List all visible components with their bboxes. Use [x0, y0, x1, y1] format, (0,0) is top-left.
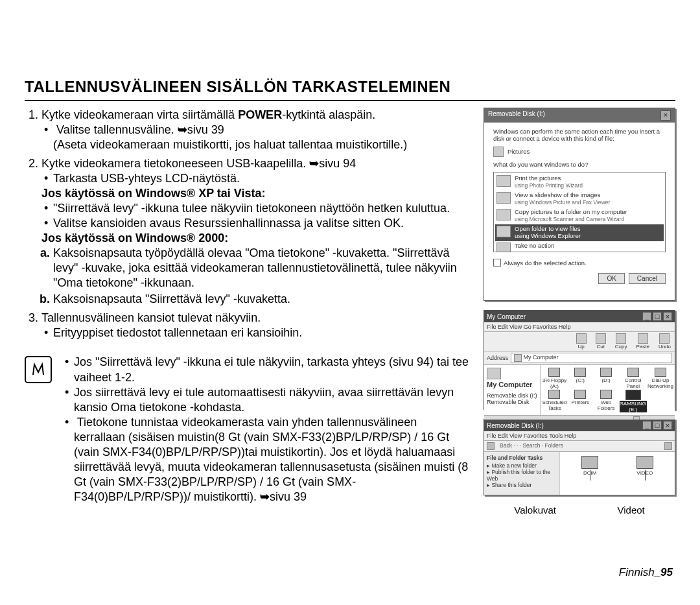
tasks-pane: File and Folder Tasks ▸ Make a new folde… [484, 452, 560, 495]
close-icon[interactable]: × [663, 421, 672, 430]
step-1: Kytke videokameraan virta siirtämällä PO… [41, 108, 471, 152]
folder-icon [581, 456, 598, 469]
folder-open-icon [496, 226, 511, 237]
autoplay-dialog: Removable Disk (I:) × Windows can perfor… [484, 108, 675, 301]
control-panel-icon [627, 368, 639, 377]
window-titlebar: Removable Disk (I:) _ □ × [484, 420, 675, 431]
toolbar-text[interactable]: Back · · · Search · Folders [500, 442, 563, 450]
tool-up[interactable]: Up [576, 333, 587, 350]
dialup[interactable]: Dial-Up Networking [648, 368, 673, 389]
dialog-title: Removable Disk (I:) [488, 110, 545, 121]
option-slideshow[interactable]: View a slideshow of the imagesusing Wind… [495, 191, 664, 208]
step-3: Tallennusvälineen kansiot tulevat näkyvi… [41, 311, 471, 340]
close-icon[interactable]: × [663, 312, 672, 321]
caption-photos: Valokuvat [514, 504, 556, 516]
drive-grid: 3½ Floppy (A:) (C:) (D:) Control Panel D… [541, 365, 675, 415]
computer-large-icon [487, 368, 501, 379]
web-folder-icon [600, 390, 612, 399]
dialog-button-row: OK Cancel [493, 273, 666, 284]
folder-video[interactable]: VIDEO [636, 456, 653, 476]
toolbar: Back · · · Search · Folders [484, 441, 675, 452]
option-copy[interactable]: Copy pictures to a folder on my computer… [495, 208, 664, 224]
address-input[interactable]: My Computer [511, 353, 672, 363]
copy-icon [616, 333, 626, 344]
task-new-folder[interactable]: ▸ Make a new folder [487, 462, 557, 469]
print-icon [496, 175, 511, 187]
control-panel[interactable]: Control Panel [620, 368, 647, 389]
floppy-icon [548, 368, 560, 377]
page: TALLENNUSVÄLINEEN SISÄLLÖN TARKASTELEMIN… [0, 0, 700, 605]
tool-cut[interactable]: Cut [596, 333, 606, 350]
window-titlebar: My Computer _ □ × [484, 311, 675, 322]
printer-icon [574, 390, 586, 399]
media-row: Pictures [493, 147, 666, 157]
tasks-icon [548, 390, 560, 399]
folder-area: DCIM VIDEO [560, 452, 675, 495]
address-bar: Address My Computer [484, 351, 675, 365]
menu-bar[interactable]: File Edit View Go Favorites Help [484, 322, 675, 332]
folder-captions: Valokuvat Videot [484, 504, 675, 516]
option-print[interactable]: Print the picturesusing Photo Printing W… [495, 174, 664, 191]
no-action-icon [496, 243, 511, 253]
info-pane: My Computer Removable disk (I:) Removabl… [484, 365, 541, 415]
undo-icon [659, 333, 670, 344]
tool-copy[interactable]: Copy [615, 333, 627, 350]
back-icon[interactable] [487, 442, 495, 450]
step-1-bullet-1: Valitse tallennusväline. ➥sivu 39 (Aseta… [53, 123, 471, 152]
ok-button[interactable]: OK [598, 273, 624, 284]
note-icon [25, 356, 52, 383]
scheduled-tasks[interactable]: Scheduled Tasks [542, 390, 567, 412]
xp-vista-heading: Jos käytössä on Windows® XP tai Vista: [41, 186, 471, 201]
maximize-icon[interactable]: □ [653, 312, 662, 321]
left-column: Kytke videokameraan virta siirtämällä PO… [25, 108, 471, 516]
step-3-bullet-1: Erityyppiset tiedostot tallennetaan eri … [53, 326, 471, 340]
w2000-a: Kaksoisnapsauta työpöydällä olevaa "Oma … [53, 246, 471, 291]
close-icon[interactable]: × [660, 110, 671, 121]
dialog-body: Windows can perform the same action each… [484, 123, 675, 300]
removable-disk-window: Removable Disk (I:) _ □ × File Edit View… [484, 419, 675, 495]
minimize-icon[interactable]: _ [642, 312, 651, 321]
page-footer: Finnish_95 [619, 566, 673, 579]
action-list[interactable]: Print the picturesusing Photo Printing W… [493, 172, 666, 252]
checkbox-icon[interactable] [493, 259, 501, 267]
cancel-button[interactable]: Cancel [629, 273, 666, 284]
option-no-action[interactable]: Take no action [495, 241, 664, 253]
drive-floppy[interactable]: 3½ Floppy (A:) [542, 368, 567, 389]
step-2: Kytke videokamera tietokoneeseen USB-kaa… [41, 156, 471, 307]
menu-bar[interactable]: File Edit View Favorites Tools Help [484, 431, 675, 441]
paste-icon [638, 333, 648, 344]
up-icon [576, 333, 587, 344]
drive-d[interactable]: (D:) [594, 368, 619, 389]
my-computer-window: My Computer _ □ × File Edit View Go Favo… [484, 310, 675, 410]
printers[interactable]: Printers [568, 390, 593, 412]
step-list: Kytke videokameraan virta siirtämällä PO… [25, 108, 471, 340]
dialog-titlebar: Removable Disk (I:) × [484, 108, 675, 123]
tool-paste[interactable]: Paste [636, 333, 649, 350]
caption-videos: Videot [617, 504, 644, 516]
web-folders[interactable]: Web Folders [594, 390, 619, 412]
always-checkbox-row[interactable]: Always do the selected action. [493, 259, 666, 267]
dialog-prompt: What do you want Windows to do? [493, 161, 666, 168]
xp-bullet-1: "Siirrettävä levy" -ikkuna tulee näkyvii… [53, 201, 471, 216]
w2000-heading: Jos käytössä on Windows® 2000: [41, 231, 471, 246]
task-share[interactable]: ▸ Share this folder [487, 482, 557, 488]
option-open-folder[interactable]: Open folder to view filesusing Windows E… [495, 224, 664, 241]
maximize-icon[interactable]: □ [653, 421, 662, 430]
computer-icon [514, 354, 522, 362]
task-publish[interactable]: ▸ Publish this folder to the Web [487, 469, 557, 482]
drive-c[interactable]: (C:) [568, 368, 593, 389]
note-3: Tietokone tunnistaa videokamerasta vain … [74, 415, 471, 504]
note-2: Jos siirrettävä levy ei tule automaattis… [74, 385, 471, 415]
xp-bullet-2: Valitse kansioiden avaus Resurssienhalli… [53, 216, 471, 231]
dialup-icon [655, 368, 666, 377]
views-icon[interactable] [664, 442, 672, 450]
dialog-description: Windows can perform the same action each… [493, 128, 666, 143]
cut-icon [596, 333, 606, 344]
note-1: Jos "Siirrettävä levy" -ikkuna ei tule n… [74, 355, 471, 385]
folder-dcim[interactable]: DCIM [581, 456, 598, 476]
minimize-icon[interactable]: _ [642, 421, 651, 430]
camera-icon [496, 209, 511, 220]
tool-undo[interactable]: Undo [659, 333, 671, 350]
content-columns: Kytke videokameraan virta siirtämällä PO… [25, 108, 675, 516]
samsung-drive[interactable]: SAMSUNG (E:) [620, 390, 647, 412]
